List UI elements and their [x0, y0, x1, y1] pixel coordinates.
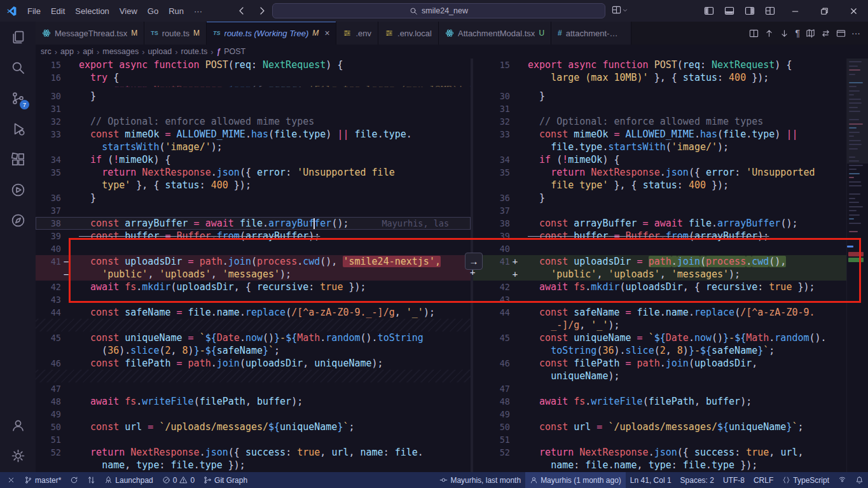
minimap[interactable]: [846, 59, 868, 472]
original-code-line-39[interactable]: 39 const buffer = Buffer.from(arrayBuffe…: [36, 230, 471, 242]
original-code-line-49[interactable]: 49: [36, 408, 471, 421]
restore-window-button[interactable]: [809, 0, 839, 22]
modified-code-line-44[interactable]: 44 const safeName = file.name.replace(/[…: [473, 306, 846, 319]
status-compare-status[interactable]: [83, 472, 100, 488]
back-arrow-icon[interactable]: [237, 6, 247, 16]
original-code-line-42[interactable]: 42 await fs.mkdir(uploadsDir, { recursiv…: [36, 281, 471, 293]
modified-code-line[interactable]: + 'public', 'uploads', 'messages');: [473, 268, 846, 281]
original-code-line-30[interactable]: 30 }: [36, 90, 471, 102]
tab-route-ts[interactable]: TSroute.tsM: [144, 22, 207, 45]
status-blame-summary[interactable]: Mayurhis, last month: [435, 472, 525, 488]
tab-attachment-mod[interactable]: #attachment-mod: [551, 22, 631, 45]
toggle-panel-button[interactable]: [720, 3, 738, 19]
activity-tools-panel[interactable]: [3, 205, 33, 235]
original-code-line-41[interactable]: 41− const uploadsDir = path.join(process…: [36, 255, 471, 268]
modified-code-line-38[interactable]: 38 const arrayBuffer = await file.arrayB…: [473, 217, 846, 230]
modified-code-line-52[interactable]: 52 return NextResponse.json({ success: t…: [473, 446, 846, 459]
arrow-down-button[interactable]: [780, 29, 789, 38]
modified-code-line-35[interactable]: 35 return NextResponse.json({ error: 'Un…: [473, 166, 846, 179]
breadcrumb-app[interactable]: app: [60, 47, 74, 56]
preview-button[interactable]: [836, 29, 846, 38]
original-code-line-51[interactable]: 51: [36, 433, 471, 446]
activity-run-and-debug[interactable]: [3, 113, 33, 144]
close-window-button[interactable]: [839, 0, 868, 22]
status-launchpad[interactable]: Launchpad: [100, 472, 157, 488]
breadcrumb-upload[interactable]: upload: [148, 47, 172, 56]
original-code-line-34[interactable]: 34 if (!mimeOk) {: [36, 153, 471, 166]
modified-code-line-46[interactable]: 46 const filePath = path.join(uploadsDir…: [473, 357, 846, 370]
pilcrow-button[interactable]: ¶: [795, 29, 800, 38]
original-code-line-47[interactable]: 47: [36, 382, 471, 395]
modified-code-line[interactable]: toString(36).slice(2, 8)}-${safeName}`;: [473, 344, 846, 357]
activity-run-panel[interactable]: [3, 174, 33, 205]
modified-code-line-41[interactable]: 41+ const uploadsDir = path.join(process…: [473, 255, 846, 268]
modified-code-line-42[interactable]: 42 await fs.mkdir(uploadsDir, { recursiv…: [473, 281, 846, 293]
original-code-line[interactable]: [36, 370, 471, 382]
breadcrumb-route-ts[interactable]: route.ts: [181, 47, 207, 56]
modified-code-line-45[interactable]: 45 const uniqueName = `${Date.now()}-${M…: [473, 331, 846, 344]
modified-code-line-30[interactable]: 30 }: [473, 90, 846, 102]
status-language-mode[interactable]: TypeScript: [778, 472, 834, 488]
menu-selection[interactable]: Selection: [70, 4, 114, 18]
original-code-line[interactable]: return NextResponse.json({ error: 'File …: [36, 84, 471, 90]
activity-extensions[interactable]: [3, 144, 33, 174]
arrow-up-button[interactable]: [764, 29, 774, 38]
forward-arrow-icon[interactable]: [257, 6, 267, 16]
original-editor[interactable]: 15export async function POST(req: NextRe…: [36, 59, 471, 472]
command-center[interactable]: smile24_new: [272, 3, 605, 18]
activity-search[interactable]: [3, 52, 33, 83]
original-code-line[interactable]: type' }, { status: 400 });: [36, 179, 471, 192]
toggle-secondary-sidebar-button[interactable]: [741, 3, 759, 19]
modified-code-line-43[interactable]: 43: [473, 293, 846, 306]
original-code-line[interactable]: name, type: file.type });: [36, 459, 471, 471]
original-code-line-33[interactable]: 33 const mimeOk = ALLOWED_MIME.has(file.…: [36, 128, 471, 141]
original-code-line[interactable]: [36, 319, 471, 331]
original-code-line[interactable]: − 'public', 'uploads', 'messages');: [36, 268, 471, 281]
original-code-line-52[interactable]: 52 return NextResponse.json({ success: t…: [36, 446, 471, 459]
modified-code-line-15[interactable]: 15export async function POST(req: NextRe…: [473, 59, 846, 71]
original-code-line-36[interactable]: 36 }: [36, 192, 471, 204]
status-cursor-position[interactable]: Ln 41, Col 1: [626, 472, 676, 488]
swap-button[interactable]: [821, 29, 830, 38]
breadcrumb[interactable]: src›app›api›messages›upload›route.ts›ƒPO…: [36, 45, 868, 59]
original-code-line-38[interactable]: 38 const arrayBuffer = await file.arrayB…: [36, 217, 471, 230]
status-problems[interactable]: 00: [158, 472, 199, 488]
modified-code-line-48[interactable]: 48 await fs.writeFile(filePath, buffer);: [473, 395, 846, 408]
modified-code-line-49[interactable]: 49: [473, 408, 846, 421]
status-notifications[interactable]: [851, 472, 868, 488]
status-feedback[interactable]: [834, 472, 851, 488]
tab-attachmentmodal-tsx[interactable]: AttachmentModal.tsxU: [439, 22, 551, 45]
modified-code-line[interactable]: file type' }, { status: 400 });: [473, 179, 846, 192]
tab-env[interactable]: .env: [336, 22, 378, 45]
minimize-window-button[interactable]: [780, 0, 809, 22]
status-remote-indicator[interactable]: [3, 472, 20, 488]
menu-view[interactable]: View: [114, 4, 142, 18]
original-code-line-50[interactable]: 50 const url = `/uploads/messages/${uniq…: [36, 421, 471, 433]
menu-file[interactable]: File: [22, 4, 46, 18]
status-indentation[interactable]: Spaces: 2: [676, 472, 719, 488]
menu-edit[interactable]: Edit: [46, 4, 70, 18]
modified-code-line[interactable]: large (max 10MB)' }, { status: 400 });: [473, 71, 846, 84]
modified-code-line-50[interactable]: 50 const url = `/uploads/messages/${uniq…: [473, 421, 846, 433]
breadcrumb-src[interactable]: src: [41, 47, 52, 56]
original-code-line-15[interactable]: 15export async function POST(req: NextRe…: [36, 59, 471, 71]
modified-code-line-47[interactable]: 47: [473, 382, 846, 395]
original-code-line[interactable]: startsWith('image/');: [36, 141, 471, 153]
original-code-line-35[interactable]: 35 return NextResponse.json({ error: 'Un…: [36, 166, 471, 179]
original-code-line-43[interactable]: 43: [36, 293, 471, 306]
map-button[interactable]: [806, 29, 815, 38]
status-encoding[interactable]: UTF-8: [719, 472, 749, 488]
original-code-line-31[interactable]: 31: [36, 102, 471, 115]
tab-env-local[interactable]: .env.local: [378, 22, 439, 45]
modified-code-line[interactable]: name: file.name, type: file.type });: [473, 459, 846, 471]
toggle-sidebar-button[interactable]: [700, 3, 718, 19]
menu-run[interactable]: Run: [163, 4, 189, 18]
close-icon[interactable]: ×: [324, 28, 329, 38]
tab-route-ts-working-tree[interactable]: TSroute.ts (Working Tree)M×: [207, 22, 336, 45]
status-git-graph[interactable]: Git Graph: [199, 472, 252, 488]
modified-code-line-39[interactable]: 39 const buffer = Buffer.from(arrayBuffe…: [473, 230, 846, 242]
modified-code-line[interactable]: _-]/g, '_');: [473, 319, 846, 331]
modified-code-line-34[interactable]: 34 if (!mimeOk) {: [473, 153, 846, 166]
status-branch-status[interactable]: master*: [20, 472, 65, 488]
layout-control[interactable]: [612, 5, 628, 15]
